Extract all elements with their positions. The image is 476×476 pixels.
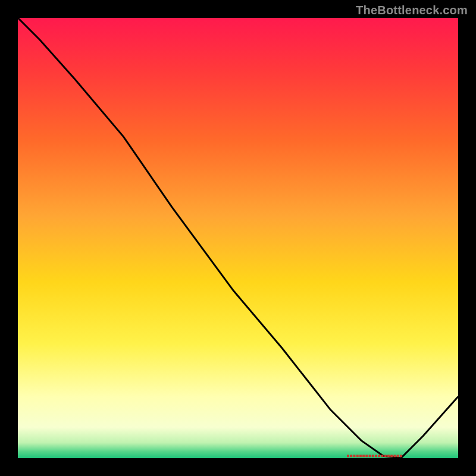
svg-rect-5 — [362, 455, 365, 457]
chart-canvas — [18, 18, 458, 458]
svg-rect-3 — [356, 455, 359, 457]
svg-rect-1 — [350, 455, 352, 457]
svg-rect-10 — [378, 455, 380, 457]
svg-rect-15 — [393, 455, 396, 457]
svg-rect-9 — [375, 455, 377, 457]
svg-rect-7 — [369, 455, 371, 457]
svg-rect-13 — [387, 455, 390, 457]
svg-rect-0 — [347, 455, 349, 457]
plot-area — [18, 18, 458, 458]
svg-rect-14 — [390, 455, 393, 457]
svg-rect-8 — [372, 455, 374, 457]
svg-rect-12 — [384, 455, 387, 457]
svg-rect-17 — [400, 455, 402, 457]
gradient-background — [18, 18, 458, 458]
chart-frame: TheBottleneck.com — [0, 0, 476, 476]
svg-rect-11 — [381, 455, 384, 457]
svg-rect-6 — [365, 455, 368, 457]
svg-rect-2 — [353, 455, 355, 457]
watermark-text: TheBottleneck.com — [356, 4, 468, 17]
svg-rect-4 — [359, 455, 362, 457]
svg-rect-16 — [397, 455, 399, 457]
